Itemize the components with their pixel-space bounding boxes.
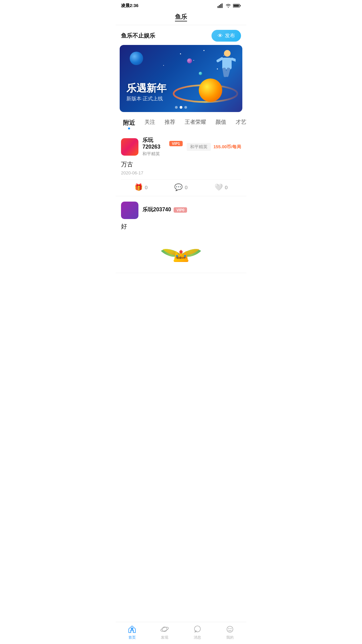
dot-1[interactable]: [175, 106, 178, 109]
like-icon: 🤍: [215, 183, 223, 191]
vip-badge-1: VIP1: [169, 141, 183, 146]
dot-2[interactable]: [180, 106, 182, 109]
star-4: [163, 65, 164, 66]
category-tabs: 附近 关注 推荐 王者荣耀 颜值 才艺: [116, 112, 246, 131]
banner[interactable]: 乐遇新年 新版本·正式上线: [120, 45, 242, 112]
svg-rect-0: [218, 6, 219, 8]
tab-talent[interactable]: 才艺: [231, 117, 246, 129]
nav-discover-label: 发现: [161, 635, 168, 640]
mine-icon: [226, 625, 234, 634]
user-name-row-1: 乐玩720263 VIP1: [142, 137, 183, 150]
svg-rect-6: [233, 5, 239, 7]
post-title-2: 好: [121, 222, 241, 230]
nav-home[interactable]: 首页: [116, 625, 148, 640]
post-actions-1: 🎁 0 💬 0 🤍 0: [121, 179, 241, 196]
bottom-spacer: [116, 273, 246, 300]
svg-rect-5: [240, 5, 241, 6]
nav-mine[interactable]: 我的: [214, 625, 247, 640]
publish-button[interactable]: 👁 发布: [212, 30, 241, 42]
banner-dots: [175, 106, 187, 109]
svg-rect-3: [222, 3, 223, 8]
battery-icon: [233, 3, 241, 8]
post-item-2: 乐玩203740 VIP0 好: [116, 196, 246, 273]
home-icon: [128, 625, 136, 634]
planet-purple: [187, 58, 192, 63]
svg-point-7: [224, 50, 231, 57]
banner-subtitle: 新版本·正式上线: [126, 96, 236, 102]
svg-rect-14: [174, 259, 188, 262]
crown-svg: 铂金VIP: [158, 239, 204, 269]
svg-rect-8: [222, 58, 232, 69]
tab-honor[interactable]: 王者荣耀: [180, 117, 211, 129]
tab-follow[interactable]: 关注: [140, 117, 160, 129]
star-2: [193, 60, 194, 61]
comment-count: 0: [185, 184, 187, 190]
status-bar: 凌晨2:36: [116, 0, 246, 10]
wifi-icon: [225, 3, 231, 8]
post-header-1: 乐玩720263 VIP1 和平精英 和平精英 155.00币/每局: [121, 137, 241, 157]
app-header: 鱼乐: [116, 10, 246, 25]
user-name-1: 乐玩720263: [142, 137, 167, 150]
post-item-1: 乐玩720263 VIP1 和平精英 和平精英 155.00币/每局 万古 20…: [116, 131, 246, 196]
avatar-1[interactable]: [121, 138, 138, 156]
banner-title: 乐遇新年: [126, 82, 236, 94]
star-1: [180, 53, 181, 54]
app-title: 鱼乐: [175, 13, 187, 21]
message-icon: [193, 625, 202, 634]
tab-recommend[interactable]: 推荐: [160, 117, 180, 129]
planet-teal: [199, 72, 202, 75]
dot-3[interactable]: [184, 106, 187, 109]
nav-message-label: 消息: [194, 635, 201, 640]
game-label-1: 和平精英: [187, 143, 211, 151]
signal-icon: [218, 3, 224, 8]
star-3: [203, 50, 204, 51]
nav-discover[interactable]: 发现: [148, 625, 181, 640]
svg-point-15: [179, 250, 183, 254]
gift-action[interactable]: 🎁 0: [121, 183, 161, 191]
post-list: 乐玩720263 VIP1 和平精英 和平精英 155.00币/每局 万古 20…: [116, 131, 246, 273]
user-name-row-2: 乐玩203740 VIP0: [142, 206, 241, 213]
svg-text:铂金VIP: 铂金VIP: [176, 256, 186, 259]
comment-icon: 💬: [174, 183, 183, 191]
like-count: 0: [225, 184, 228, 190]
top-tagline: 鱼乐不止娱乐: [121, 32, 155, 40]
game-tag-1: 和平精英 155.00币/每局: [187, 143, 241, 151]
discover-icon: [160, 625, 169, 634]
like-action[interactable]: 🤍 0: [201, 183, 241, 191]
svg-point-20: [160, 626, 169, 632]
vip-crown-area: 铂金VIP: [121, 232, 241, 273]
top-section: 鱼乐不止娱乐 👁 发布: [116, 25, 246, 45]
price-label-1: 155.00币/每局: [214, 144, 241, 150]
publish-icon: 👁: [218, 33, 223, 39]
svg-point-23: [229, 628, 230, 629]
svg-rect-1: [219, 5, 220, 8]
svg-point-24: [231, 628, 232, 629]
user-info-2: 乐玩203740 VIP0: [142, 206, 241, 214]
vip-badge-2: VIP0: [174, 207, 187, 213]
gift-count: 0: [145, 184, 147, 190]
comment-action[interactable]: 💬 0: [161, 183, 201, 191]
svg-point-22: [227, 626, 233, 632]
planet-blue: [130, 52, 143, 65]
nav-home-label: 首页: [128, 635, 136, 640]
post-header-2: 乐玩203740 VIP0: [121, 202, 241, 219]
post-date-1: 2020-06-17: [121, 170, 241, 175]
status-icons: [218, 3, 241, 8]
svg-rect-2: [220, 4, 221, 8]
nav-mine-label: 我的: [226, 635, 234, 640]
gift-icon: 🎁: [134, 183, 143, 191]
publish-label: 发布: [225, 33, 235, 39]
tab-looks[interactable]: 颜值: [211, 117, 231, 129]
user-info-1: 乐玩720263 VIP1 和平精英: [142, 137, 183, 157]
tab-nearby[interactable]: 附近: [118, 117, 140, 129]
bottom-nav: 首页 发现 消息 我的: [116, 622, 246, 644]
user-name-2: 乐玩203740: [142, 206, 171, 213]
user-sub-1: 和平精英: [142, 151, 183, 157]
post-title-1: 万古: [121, 160, 241, 168]
status-time: 凌晨2:36: [121, 3, 138, 9]
avatar-2[interactable]: [121, 202, 138, 219]
nav-message[interactable]: 消息: [181, 625, 214, 640]
